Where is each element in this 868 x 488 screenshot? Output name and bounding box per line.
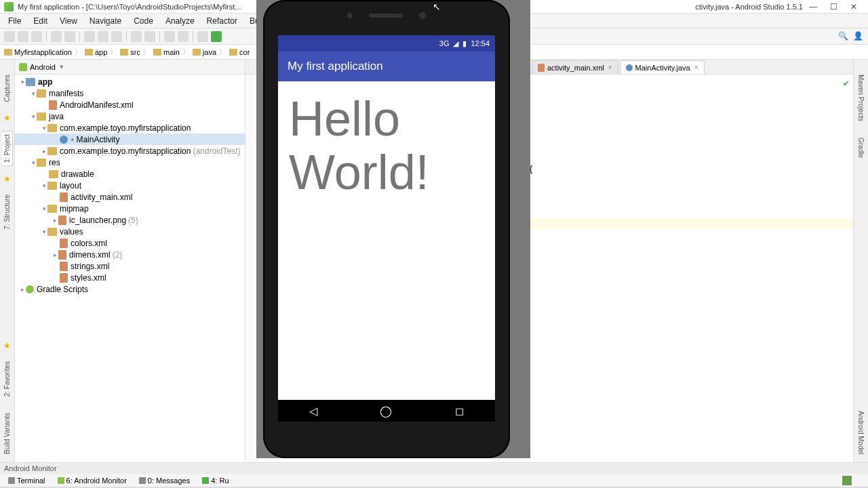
earpiece-icon xyxy=(369,14,403,18)
right-tool-rail: Maven Projects Gradle Android Model xyxy=(853,60,868,462)
menu-code[interactable]: Code xyxy=(128,15,159,27)
rail-build-variants[interactable]: Build Variants xyxy=(2,410,12,457)
tree-res[interactable]: res xyxy=(49,158,60,167)
rail-gradle[interactable]: Gradle xyxy=(856,135,866,161)
battery-icon: ▮ xyxy=(462,39,467,48)
breadcrumb-item[interactable]: cor xyxy=(229,48,250,56)
nav-back-icon[interactable]: ◁ xyxy=(309,405,317,418)
find-button[interactable] xyxy=(131,31,142,42)
editor-tab-activity-main[interactable]: activity_main.xml× xyxy=(532,60,618,74)
replace-button[interactable] xyxy=(144,31,155,42)
tab-run[interactable]: 4: Ru xyxy=(198,476,233,485)
make-button[interactable] xyxy=(197,31,208,42)
camera-icon xyxy=(419,12,426,19)
android-nav-bar: ◁ ◯ ◻ xyxy=(278,400,495,422)
paste-button[interactable] xyxy=(111,31,122,42)
tree-colors[interactable]: colors.xml xyxy=(71,239,107,248)
tree-app[interactable]: app xyxy=(38,77,52,87)
tree-dimens[interactable]: dimens.xml xyxy=(69,250,111,260)
gradle-console-icon[interactable] xyxy=(854,476,864,485)
menu-refactor[interactable]: Refactor xyxy=(201,15,243,27)
rail-android-model[interactable]: Android Model xyxy=(856,408,866,457)
user-icon[interactable]: 👤 xyxy=(853,31,864,42)
tree-package[interactable]: com.example.toyo.myfirstapplication xyxy=(60,123,191,133)
tree-gradle[interactable]: Gradle Scripts xyxy=(37,285,88,294)
tree-ic-launcher[interactable]: ic_launcher.png xyxy=(69,216,126,225)
breadcrumb-item[interactable]: java xyxy=(193,48,216,56)
app-icon xyxy=(4,2,14,12)
tree-manifest-file[interactable]: AndroidManifest.xml xyxy=(60,100,134,110)
close-tab-icon[interactable]: × xyxy=(694,64,698,71)
close-button[interactable]: ✕ xyxy=(844,2,864,12)
sensor-icon xyxy=(347,13,353,18)
star-icon: ★ xyxy=(3,174,11,184)
emulator-window[interactable]: 3G ◢ ▮ 12:54 My first application Hello … xyxy=(256,0,530,458)
breadcrumb-item[interactable]: app xyxy=(85,48,107,56)
tree-manifests[interactable]: manifests xyxy=(49,89,83,98)
project-panel: Android ▾ ▾app ▾manifests AndroidManifes… xyxy=(15,60,245,462)
menu-view[interactable]: View xyxy=(54,15,83,27)
undo-button[interactable] xyxy=(51,31,62,42)
cut-button[interactable] xyxy=(84,31,95,42)
close-tab-icon[interactable]: × xyxy=(608,64,612,71)
left-tool-rail: Captures ★ 1: Project ★ 7: Structure ★ 2… xyxy=(0,60,15,462)
maximize-button[interactable]: ☐ xyxy=(823,2,844,12)
open-button[interactable] xyxy=(4,31,15,42)
copy-button[interactable] xyxy=(98,31,108,42)
nav-home-icon[interactable]: ◯ xyxy=(380,405,392,418)
editor-tab-main-activity[interactable]: MainActivity.java× xyxy=(620,60,705,74)
minimize-button[interactable]: — xyxy=(803,2,823,12)
rail-favorites[interactable]: 2: Favorites xyxy=(2,359,12,399)
project-view-selector[interactable]: Android ▾ xyxy=(15,60,245,75)
tree-drawable[interactable]: drawable xyxy=(61,169,94,179)
breadcrumb-item[interactable]: src xyxy=(120,48,140,56)
bottom-tool-tabs: Terminal 6: Android Monitor 0: Messages … xyxy=(0,474,868,487)
tree-layout[interactable]: layout xyxy=(60,181,81,190)
rail-structure[interactable]: 7: Structure xyxy=(2,192,12,232)
tab-terminal[interactable]: Terminal xyxy=(4,476,50,485)
rail-captures[interactable]: Captures xyxy=(2,72,12,105)
event-log-icon[interactable] xyxy=(842,476,852,485)
app-content: Hello World! xyxy=(278,81,495,400)
hello-world-text: Hello World! xyxy=(289,92,484,199)
mouse-cursor-icon: ↖ xyxy=(433,1,441,12)
redo-button[interactable] xyxy=(64,31,75,42)
device-screen[interactable]: 3G ◢ ▮ 12:54 My first application Hello … xyxy=(278,35,495,422)
tree-main-activity[interactable]: MainActivity xyxy=(76,135,119,144)
android-monitor-header[interactable]: Android Monitor xyxy=(0,463,868,474)
tree-strings[interactable]: strings.xml xyxy=(71,262,109,271)
breadcrumb-item[interactable]: Myfirstapplication xyxy=(4,48,72,56)
bottom-area: Android Monitor Terminal 6: Android Moni… xyxy=(0,462,868,488)
forward-button[interactable] xyxy=(178,31,189,42)
nav-recent-icon[interactable]: ◻ xyxy=(455,405,464,418)
android-status-bar: 3G ◢ ▮ 12:54 xyxy=(278,35,495,52)
menu-analyze[interactable]: Analyze xyxy=(160,15,200,27)
search-icon[interactable]: 🔍 xyxy=(838,31,849,42)
menu-file[interactable]: File xyxy=(3,15,26,27)
inspection-ok-icon: ✔ xyxy=(844,77,849,88)
rail-project[interactable]: 1: Project xyxy=(2,131,13,166)
tree-mipmap[interactable]: mipmap xyxy=(60,204,89,214)
device-frame: 3G ◢ ▮ 12:54 My first application Hello … xyxy=(263,0,510,458)
tree-activity-main[interactable]: activity_main.xml xyxy=(71,192,132,202)
tree-values[interactable]: values xyxy=(60,227,83,237)
tree-styles[interactable]: styles.xml xyxy=(71,273,106,283)
signal-icon: ◢ xyxy=(453,39,458,48)
menu-navigate[interactable]: Navigate xyxy=(84,15,127,27)
tab-android-monitor[interactable]: 6: Android Monitor xyxy=(54,476,131,485)
run-button[interactable] xyxy=(211,31,222,42)
save-button[interactable] xyxy=(18,31,28,42)
app-title: My first application xyxy=(288,60,383,73)
menu-edit[interactable]: Edit xyxy=(28,15,53,27)
sync-button[interactable] xyxy=(31,31,42,42)
back-button[interactable] xyxy=(164,31,175,42)
project-tree[interactable]: ▾app ▾manifests AndroidManifest.xml ▾jav… xyxy=(15,75,245,462)
tree-java[interactable]: java xyxy=(49,112,64,121)
tab-messages[interactable]: 0: Messages xyxy=(135,476,194,485)
tree-package-test[interactable]: com.example.toyo.myfirstapplication xyxy=(60,146,191,156)
clock: 12:54 xyxy=(471,39,490,47)
star-icon: ★ xyxy=(3,341,11,350)
network-icon: 3G xyxy=(439,39,450,47)
rail-maven[interactable]: Maven Projects xyxy=(856,72,866,124)
breadcrumb-item[interactable]: main xyxy=(153,48,180,56)
